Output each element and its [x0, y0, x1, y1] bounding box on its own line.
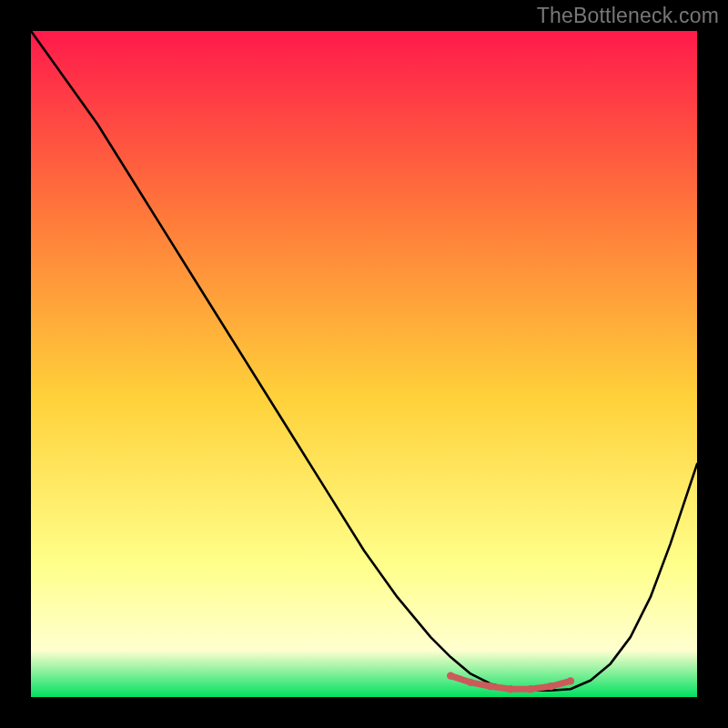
marker-dot	[507, 685, 514, 693]
marker-dot	[547, 682, 554, 690]
bottleneck-chart	[31, 31, 697, 697]
marker-dot	[487, 682, 494, 690]
gradient-background	[31, 31, 697, 697]
plot-area	[31, 31, 697, 697]
marker-dot	[447, 672, 454, 679]
chart-frame: TheBottleneck.com	[0, 0, 728, 728]
marker-dot	[467, 679, 474, 686]
watermark-text: TheBottleneck.com	[537, 4, 719, 28]
marker-dot	[527, 685, 534, 693]
marker-dot	[567, 677, 574, 684]
